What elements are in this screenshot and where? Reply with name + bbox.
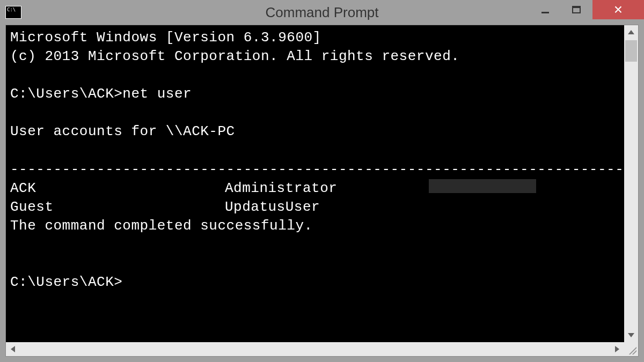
- redacted-user: [429, 179, 536, 193]
- accounts-header: User accounts for \\ACK-PC: [10, 122, 620, 141]
- users-row-1: ACKAdministrator: [10, 179, 620, 198]
- close-button[interactable]: ×: [592, 0, 644, 19]
- client-area: Microsoft Windows [Version 6.3.9600](c) …: [5, 25, 639, 357]
- user-updatususer: UpdatusUser: [225, 198, 429, 217]
- scroll-left-arrow-icon[interactable]: [6, 342, 20, 356]
- scroll-track-horizontal[interactable]: [20, 342, 610, 356]
- scroll-right-arrow-icon[interactable]: [610, 342, 624, 356]
- prompt-2: C:\Users\ACK>: [10, 274, 122, 290]
- user-guest: Guest: [10, 198, 225, 217]
- minimize-button[interactable]: [530, 0, 560, 19]
- minimize-icon: [541, 12, 549, 13]
- horizontal-scrollbar[interactable]: [6, 342, 638, 356]
- prompt-line-2: C:\Users\ACK>: [10, 273, 620, 292]
- scroll-track-vertical[interactable]: [624, 39, 638, 328]
- vertical-scrollbar[interactable]: [624, 25, 638, 342]
- prompt-line-1: C:\Users\ACK>net user: [10, 85, 620, 104]
- console-wrap: Microsoft Windows [Version 6.3.9600](c) …: [6, 25, 638, 342]
- maximize-icon: [572, 6, 581, 13]
- version-line: Microsoft Windows [Version 6.3.9600]: [10, 28, 620, 47]
- success-line: The command completed successfully.: [10, 217, 620, 235]
- copyright-line: (c) 2013 Microsoft Corporation. All righ…: [10, 47, 620, 66]
- titlebar[interactable]: Command Prompt ×: [0, 0, 644, 25]
- cmd-icon: [5, 6, 21, 19]
- user-administrator: Administrator: [225, 179, 429, 198]
- scroll-thumb-vertical[interactable]: [625, 40, 637, 62]
- users-row-2: GuestUpdatusUser: [10, 198, 620, 217]
- scroll-up-arrow-icon[interactable]: [624, 25, 638, 39]
- prompt-1: C:\Users\ACK>: [10, 86, 122, 102]
- window-controls: ×: [530, 0, 644, 19]
- divider-line: ----------------------------------------…: [10, 160, 620, 179]
- user-ack: ACK: [10, 179, 225, 198]
- console-output[interactable]: Microsoft Windows [Version 6.3.9600](c) …: [6, 25, 624, 342]
- close-icon: ×: [614, 2, 623, 17]
- window-title: Command Prompt: [266, 4, 379, 21]
- command-1: net user: [122, 86, 192, 102]
- window: Command Prompt × Microsoft Windows [Vers…: [0, 0, 644, 362]
- maximize-button[interactable]: [560, 0, 592, 19]
- scroll-down-arrow-icon[interactable]: [624, 328, 638, 342]
- resize-grip[interactable]: [624, 342, 638, 356]
